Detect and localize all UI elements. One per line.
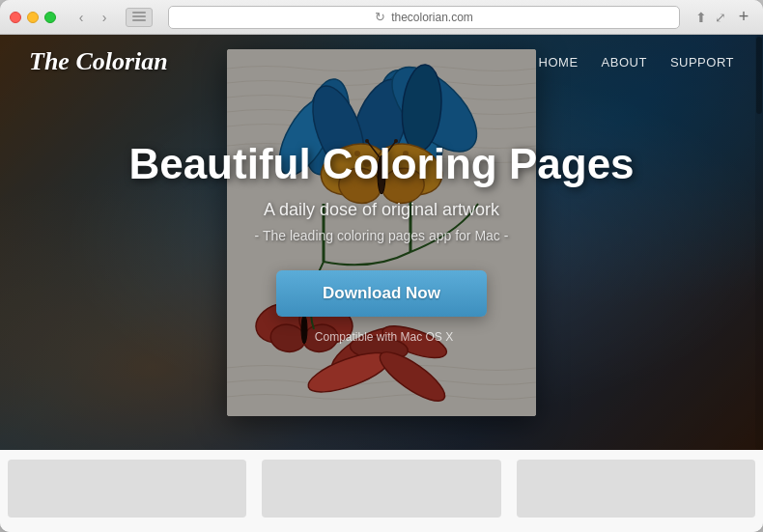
browser-window: ‹ › ↻ thecolorian.com ⬆ ⤢ + bbox=[0, 0, 763, 532]
main-nav: The Colorian HOME ABOUT SUPPORT bbox=[0, 35, 763, 88]
bottom-card-3 bbox=[517, 460, 755, 518]
website-content: The Colorian HOME ABOUT SUPPORT Beautifu… bbox=[0, 35, 763, 532]
back-button[interactable]: ‹ bbox=[71, 8, 91, 27]
hero-tagline: - The leading coloring pages app for Mac… bbox=[255, 228, 509, 243]
download-button[interactable]: Download Now bbox=[276, 270, 487, 317]
svg-rect-0 bbox=[132, 12, 146, 14]
traffic-lights bbox=[10, 12, 56, 23]
svg-rect-1 bbox=[132, 15, 146, 17]
compatibility-text: Compatible with Mac OS X bbox=[310, 330, 453, 344]
minimize-button[interactable] bbox=[27, 12, 39, 23]
nav-link-support[interactable]: SUPPORT bbox=[670, 55, 734, 70]
tab-area bbox=[126, 8, 153, 27]
bottom-section bbox=[0, 450, 763, 532]
hero-title: Beautiful Coloring Pages bbox=[128, 141, 634, 187]
nav-buttons: ‹ › bbox=[71, 8, 114, 27]
maximize-button[interactable] bbox=[44, 12, 56, 23]
address-bar[interactable]: ↻ thecolorian.com bbox=[168, 6, 680, 29]
url-text: thecolorian.com bbox=[391, 11, 473, 24]
nav-item-support[interactable]: SUPPORT bbox=[670, 53, 734, 70]
svg-rect-2 bbox=[132, 19, 146, 21]
fullscreen-icon[interactable]: ⤢ bbox=[715, 10, 726, 25]
close-button[interactable] bbox=[10, 12, 21, 23]
browser-actions: ⬆ ⤢ + bbox=[695, 8, 753, 27]
nav-item-about[interactable]: ABOUT bbox=[602, 53, 647, 70]
title-bar: ‹ › ↻ thecolorian.com ⬆ ⤢ + bbox=[0, 0, 763, 35]
nav-link-home[interactable]: HOME bbox=[539, 55, 579, 70]
nav-links: HOME ABOUT SUPPORT bbox=[539, 53, 734, 70]
hero-text-block: Beautiful Coloring Pages A daily dose of… bbox=[0, 35, 763, 450]
forward-button[interactable]: › bbox=[95, 8, 114, 27]
share-icon[interactable]: ⬆ bbox=[695, 10, 707, 25]
reload-icon: ↻ bbox=[375, 10, 385, 24]
hero-section: The Colorian HOME ABOUT SUPPORT Beautifu… bbox=[0, 35, 763, 450]
bottom-card-1 bbox=[8, 460, 246, 518]
logo: The Colorian bbox=[29, 47, 168, 76]
nav-link-about[interactable]: ABOUT bbox=[602, 55, 647, 70]
bottom-card-2 bbox=[262, 460, 500, 518]
new-tab-button[interactable]: + bbox=[734, 8, 753, 27]
tab-icon bbox=[126, 8, 153, 27]
compat-label: Compatible with Mac OS X bbox=[315, 330, 453, 344]
hero-subtitle: A daily dose of original artwork bbox=[264, 200, 499, 220]
nav-item-home[interactable]: HOME bbox=[539, 53, 579, 70]
